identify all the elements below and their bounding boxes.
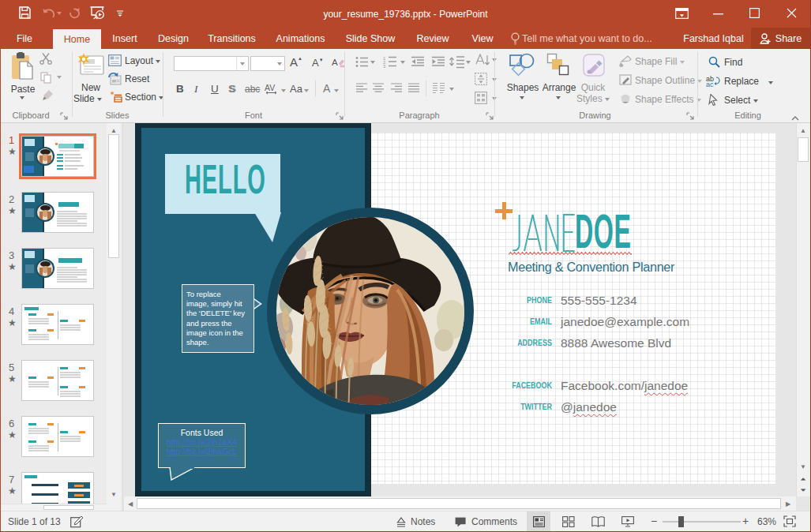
svg-text:A: A bbox=[332, 58, 338, 68]
svg-text:AV: AV bbox=[265, 84, 275, 92]
svg-text:3: 3 bbox=[383, 64, 386, 68]
svg-text:ac: ac bbox=[706, 81, 714, 87]
